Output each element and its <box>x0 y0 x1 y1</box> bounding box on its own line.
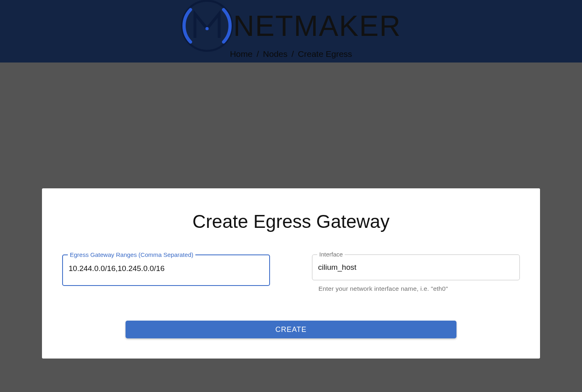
breadcrumb: Home / Nodes / Create Egress <box>230 49 352 59</box>
content-area: Create Egress Gateway Egress Gateway Ran… <box>0 63 582 359</box>
egress-ranges-field: Egress Gateway Ranges (Comma Separated) <box>62 254 270 292</box>
breadcrumb-home[interactable]: Home <box>230 49 253 59</box>
svg-point-0 <box>182 1 232 51</box>
interface-field: Interface Enter your network interface n… <box>312 254 520 292</box>
breadcrumb-separator: / <box>291 49 294 59</box>
egress-ranges-input[interactable] <box>69 264 264 273</box>
brand-logo[interactable]: NETMAKER <box>181 0 401 52</box>
netmaker-logo-icon <box>181 0 233 52</box>
svg-point-1 <box>205 27 209 30</box>
brand-name: NETMAKER <box>233 9 401 42</box>
egress-ranges-label: Egress Gateway Ranges (Comma Separated) <box>68 251 195 258</box>
interface-input-wrap: Interface <box>312 254 520 280</box>
breadcrumb-nodes[interactable]: Nodes <box>263 49 288 59</box>
interface-input[interactable] <box>318 263 514 272</box>
breadcrumb-separator: / <box>257 49 259 59</box>
breadcrumb-current: Create Egress <box>298 49 352 59</box>
interface-helper-text: Enter your network interface name, i.e. … <box>318 285 520 292</box>
create-egress-card: Create Egress Gateway Egress Gateway Ran… <box>42 188 540 359</box>
interface-label: Interface <box>317 251 345 258</box>
egress-ranges-input-wrap: Egress Gateway Ranges (Comma Separated) <box>62 254 270 286</box>
card-title: Create Egress Gateway <box>62 211 520 232</box>
form-row: Egress Gateway Ranges (Comma Separated) … <box>62 254 520 292</box>
app-header: NETMAKER Home / Nodes / Create Egress <box>0 0 582 63</box>
create-button[interactable]: CREATE <box>126 321 456 338</box>
